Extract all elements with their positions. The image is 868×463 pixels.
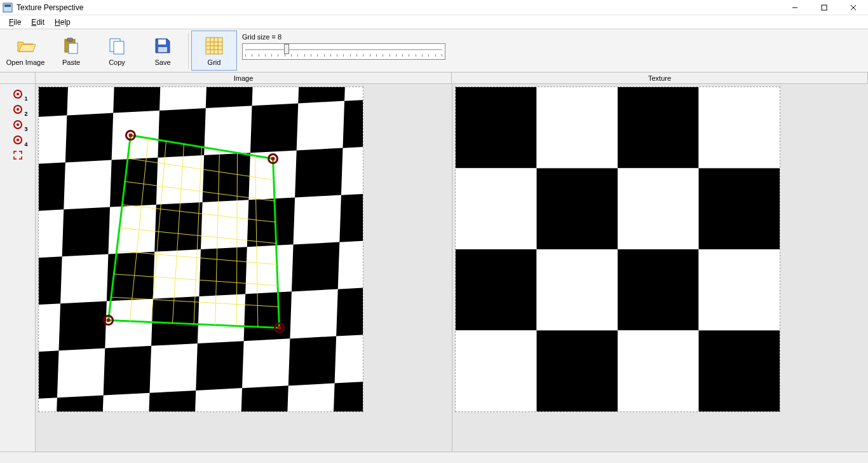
svg-point-146 <box>271 157 275 161</box>
svg-rect-42 <box>159 86 208 111</box>
toolbar-separator <box>188 33 189 68</box>
svg-rect-104 <box>242 338 291 389</box>
svg-rect-154 <box>698 87 780 169</box>
copy-icon <box>107 36 127 56</box>
svg-rect-66 <box>341 146 363 196</box>
svg-rect-10 <box>114 41 124 54</box>
svg-rect-79 <box>38 256 63 307</box>
marker-4-button[interactable]: 4 <box>10 134 25 146</box>
toolbar: Open Image Paste Copy Save Grid Grid siz… <box>0 29 868 73</box>
close-button[interactable] <box>839 0 868 15</box>
svg-rect-70 <box>62 207 111 258</box>
svg-rect-110 <box>55 395 104 412</box>
copy-button[interactable]: Copy <box>94 31 140 71</box>
main-area: 1 2 3 4 <box>0 84 868 452</box>
folder-open-icon <box>15 36 36 56</box>
svg-rect-63 <box>203 153 252 203</box>
menu-file[interactable]: File <box>4 17 26 28</box>
grid-toggle-button[interactable]: Grid <box>191 31 237 71</box>
marker-4-label: 4 <box>24 141 27 148</box>
svg-rect-59 <box>38 162 66 212</box>
svg-point-25 <box>17 123 19 126</box>
window-title: Texture Perspective <box>17 3 83 12</box>
svg-rect-7 <box>67 38 72 41</box>
svg-rect-83 <box>199 247 248 297</box>
svg-rect-93 <box>198 294 247 344</box>
svg-rect-166 <box>698 331 780 412</box>
svg-rect-60 <box>64 160 112 211</box>
status-bar <box>0 452 868 463</box>
svg-rect-55 <box>297 101 346 151</box>
menu-help[interactable]: Help <box>50 17 76 28</box>
svg-rect-94 <box>244 291 293 342</box>
svg-point-150 <box>107 319 111 322</box>
grid-size-control: Grid size = 8 <box>237 31 451 71</box>
image-panel-header: Image <box>36 73 452 83</box>
image-panel[interactable] <box>36 84 452 452</box>
svg-rect-85 <box>292 242 341 293</box>
open-image-button[interactable]: Open Image <box>3 31 48 71</box>
paste-label: Paste <box>62 59 80 66</box>
svg-rect-114 <box>240 385 289 412</box>
paste-button[interactable]: Paste <box>48 31 94 71</box>
svg-rect-82 <box>153 249 202 300</box>
svg-rect-106 <box>335 334 363 384</box>
svg-rect-49 <box>38 115 68 165</box>
svg-rect-89 <box>38 303 61 354</box>
svg-rect-96 <box>336 287 363 337</box>
marker-1-label: 1 <box>24 95 27 102</box>
maximize-button[interactable] <box>810 0 839 15</box>
source-image-canvas[interactable] <box>38 86 363 412</box>
svg-rect-111 <box>102 393 151 412</box>
svg-rect-76 <box>339 193 363 243</box>
svg-rect-43 <box>206 86 255 109</box>
svg-rect-116 <box>333 381 363 412</box>
output-texture-canvas[interactable] <box>455 86 780 412</box>
marker-toolbar: 1 2 3 4 <box>0 84 36 452</box>
svg-rect-8 <box>69 43 78 53</box>
svg-rect-101 <box>104 346 153 396</box>
svg-rect-153 <box>618 87 699 169</box>
svg-rect-56 <box>342 99 363 149</box>
svg-rect-102 <box>149 343 198 394</box>
svg-rect-84 <box>245 244 294 294</box>
marker-2-button[interactable]: 2 <box>10 103 25 116</box>
svg-point-144 <box>128 134 132 137</box>
svg-rect-152 <box>536 87 618 169</box>
svg-rect-50 <box>65 113 114 163</box>
svg-rect-46 <box>344 86 363 102</box>
panel-headers: Image Texture <box>0 73 868 84</box>
marker-1-button[interactable]: 1 <box>10 88 25 100</box>
svg-rect-86 <box>338 240 363 290</box>
texture-panel[interactable] <box>452 84 869 452</box>
svg-rect-113 <box>194 388 243 412</box>
marker-3-button[interactable]: 3 <box>10 118 25 131</box>
svg-rect-109 <box>38 397 58 412</box>
svg-point-21 <box>17 93 19 95</box>
save-label: Save <box>154 59 170 66</box>
svg-rect-65 <box>295 148 344 198</box>
svg-rect-105 <box>288 336 337 387</box>
svg-rect-115 <box>287 384 336 412</box>
menu-edit[interactable]: Edit <box>26 17 50 28</box>
svg-rect-161 <box>618 249 699 331</box>
svg-rect-99 <box>38 350 60 401</box>
svg-rect-157 <box>618 169 699 250</box>
menubar: File Edit Help <box>0 15 868 29</box>
fit-view-button[interactable] <box>10 149 25 162</box>
svg-rect-100 <box>57 348 106 398</box>
save-button[interactable]: Save <box>140 31 186 71</box>
svg-rect-80 <box>60 254 109 305</box>
marker-3-label: 3 <box>24 126 27 132</box>
grid-size-slider[interactable] <box>242 43 445 60</box>
paste-icon <box>61 36 81 56</box>
minimize-button[interactable] <box>780 0 810 15</box>
svg-rect-103 <box>196 341 245 391</box>
svg-rect-165 <box>618 331 699 412</box>
titlebar: Texture Perspective <box>0 0 868 15</box>
svg-rect-160 <box>536 249 618 331</box>
copy-label: Copy <box>109 59 125 66</box>
svg-rect-158 <box>698 169 780 250</box>
svg-rect-71 <box>108 205 157 255</box>
svg-rect-151 <box>456 87 537 169</box>
